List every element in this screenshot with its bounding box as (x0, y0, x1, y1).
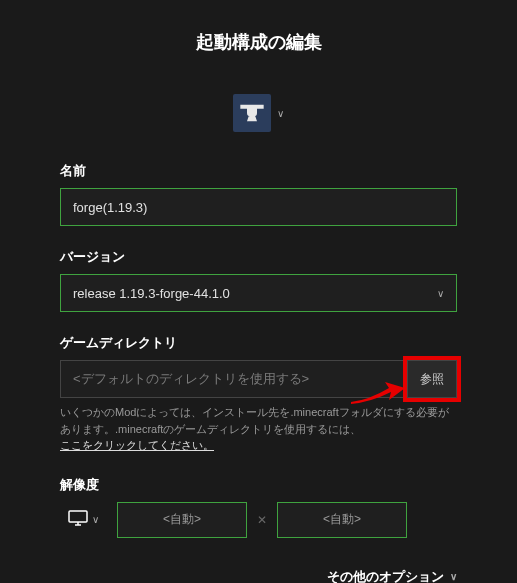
anvil-icon (233, 94, 271, 132)
height-input[interactable]: <自動> (277, 502, 407, 538)
chevron-down-icon: ∨ (92, 514, 99, 525)
resolution-label: 解像度 (60, 476, 457, 494)
gamedir-help-link[interactable]: ここをクリックしてください。 (60, 439, 214, 451)
multiply-icon: ✕ (257, 513, 267, 527)
arrow-annotation (349, 380, 409, 412)
width-input[interactable]: <自動> (117, 502, 247, 538)
version-value: release 1.19.3-forge-44.1.0 (73, 286, 230, 301)
name-label: 名前 (60, 162, 457, 180)
gamedir-label: ゲームディレクトリ (60, 334, 457, 352)
version-select[interactable]: release 1.19.3-forge-44.1.0 ∨ (60, 274, 457, 312)
name-input[interactable]: forge(1.19.3) (60, 188, 457, 226)
svg-rect-0 (69, 511, 87, 522)
chevron-down-icon: ∨ (437, 288, 444, 299)
chevron-down-icon: ∨ (450, 571, 457, 582)
chevron-down-icon: ∨ (277, 108, 284, 119)
version-label: バージョン (60, 248, 457, 266)
icon-selector[interactable]: ∨ (60, 94, 457, 132)
more-options-toggle[interactable]: その他のオプション ∨ (60, 568, 457, 584)
monitor-icon (68, 510, 88, 530)
browse-button[interactable]: 参照 (407, 360, 457, 398)
page-title: 起動構成の編集 (60, 30, 457, 54)
monitor-select[interactable]: ∨ (60, 504, 107, 536)
